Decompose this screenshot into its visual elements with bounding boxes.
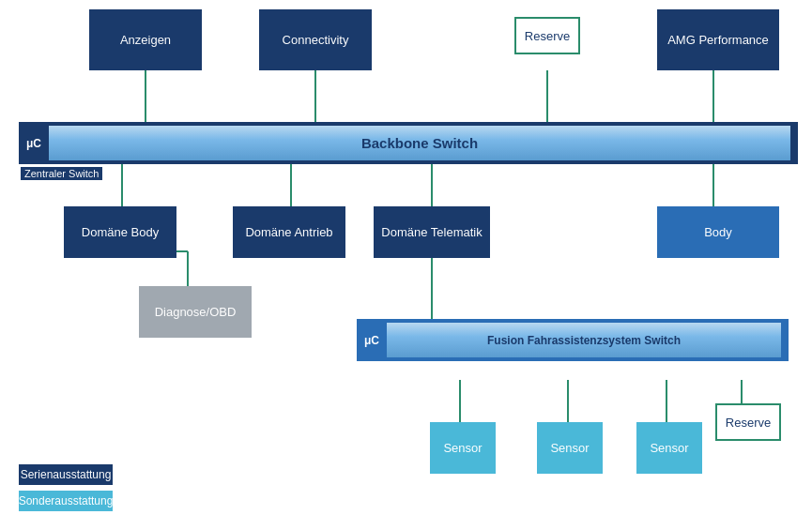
anzeigen-box: Anzeigen: [89, 9, 202, 70]
mu-c-fusion-label: μC: [364, 334, 379, 347]
fusion-switch-inner: Fusion Fahrassistenzsystem Switch: [387, 323, 781, 357]
domaene-antrieb-box: Domäne Antrieb: [233, 206, 345, 258]
fusion-switch-band: μC Fusion Fahrassistenzsystem Switch: [357, 319, 789, 361]
domaene-telematik-box: Domäne Telematik: [374, 206, 490, 258]
mu-c-backbone-label: μC: [26, 137, 41, 150]
reserve-bottom-box: Reserve: [715, 403, 781, 441]
body-box: Body: [657, 206, 779, 258]
legend-sonderausstattung: Sonderausstattung: [19, 491, 113, 511]
reserve-top-box: Reserve: [514, 17, 580, 54]
sensor1-box: Sensor: [430, 422, 496, 474]
zentraler-switch-label: Zentraler Switch: [21, 167, 102, 180]
sensor2-box: Sensor: [537, 422, 603, 474]
sensor3-box: Sensor: [636, 422, 702, 474]
connectivity-box: Connectivity: [259, 9, 372, 70]
backbone-band: μC Backbone Switch: [19, 122, 798, 164]
backbone-switch-inner: Backbone Switch: [49, 126, 790, 160]
domaene-body-box: Domäne Body: [64, 206, 176, 258]
legend-serienausstattung: Serienausstattung: [19, 464, 113, 485]
amg-performance-box: AMG Performance: [657, 9, 779, 70]
diagnose-obd-box: Diagnose/OBD: [139, 286, 252, 338]
legend: Serienausstattung Sonderausstattung: [19, 464, 113, 511]
diagram-container: Anzeigen Connectivity Reserve AMG Perfor…: [0, 0, 812, 530]
